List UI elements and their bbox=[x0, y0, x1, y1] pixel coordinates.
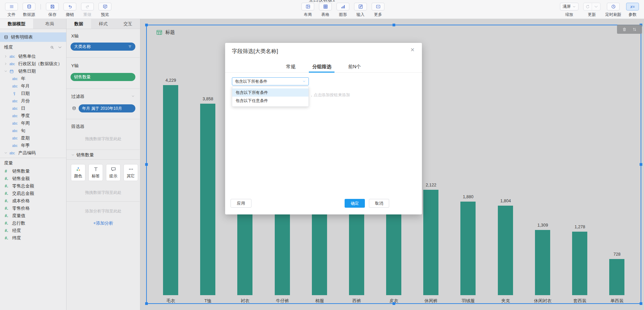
search-icon[interactable] bbox=[50, 45, 54, 50]
resize-handle-sw[interactable] bbox=[145, 302, 148, 305]
trash-icon[interactable] bbox=[622, 27, 627, 32]
tab-layout[interactable]: 布局 bbox=[33, 19, 66, 29]
dimension-tree-item[interactable]: 日期 bbox=[0, 90, 66, 97]
dimension-tree-item[interactable]: abc旬 bbox=[0, 127, 66, 134]
x-axis-field-pill[interactable]: 大类名称 bbox=[71, 43, 135, 51]
measure-item[interactable]: #.纬度 bbox=[0, 234, 66, 242]
dropdown-option-all-conditions[interactable]: 包含以下所有条件 bbox=[232, 88, 308, 97]
dimension-tree-item[interactable]: 销售日期 bbox=[0, 68, 66, 75]
measure-item[interactable]: #.经度 bbox=[0, 227, 66, 234]
zoom-select[interactable]: 满屏 bbox=[560, 3, 579, 10]
chevron-down-icon[interactable] bbox=[4, 151, 9, 155]
tab-interaction[interactable]: 交互 bbox=[115, 19, 140, 29]
y-axis-field-pill[interactable]: 销售数量 bbox=[71, 73, 135, 81]
chevron-down-icon[interactable] bbox=[58, 45, 62, 50]
measure-item[interactable]: #.销售金额 bbox=[0, 175, 66, 182]
tab-data[interactable]: 数据 bbox=[66, 19, 91, 29]
chevron-right-icon[interactable] bbox=[4, 55, 9, 58]
chevron-down-icon[interactable] bbox=[592, 3, 600, 10]
mark-buttons-row: 颜色标签提示其它 bbox=[71, 164, 138, 181]
datasource-button[interactable] bbox=[23, 3, 35, 10]
dimension-tree-item[interactable]: abc产品编码 bbox=[0, 149, 66, 157]
bar[interactable] bbox=[609, 259, 624, 295]
input-button[interactable] bbox=[354, 3, 367, 10]
add-analysis-link[interactable]: +添加分析 bbox=[66, 220, 140, 226]
abc-icon: abc bbox=[9, 151, 18, 155]
close-icon[interactable]: × bbox=[410, 46, 414, 53]
mark-button-color-dots[interactable]: 颜色 bbox=[71, 164, 85, 181]
measure-section-header[interactable]: 销售数量 bbox=[71, 152, 94, 158]
resize-handle-se[interactable] bbox=[640, 302, 642, 305]
apply-button[interactable]: 应用 bbox=[231, 199, 251, 208]
chevron-down-icon[interactable] bbox=[4, 70, 9, 73]
tab-general[interactable]: 常规 bbox=[286, 61, 295, 72]
resize-handle-s[interactable] bbox=[393, 302, 395, 305]
bar[interactable] bbox=[423, 190, 438, 295]
dimension-tree-item[interactable]: abc年周 bbox=[0, 120, 66, 127]
file-button[interactable] bbox=[5, 3, 18, 10]
bar[interactable] bbox=[572, 232, 587, 295]
dimension-tree-item[interactable]: abc季度 bbox=[0, 112, 66, 120]
dimension-label: 行政区划（数据级次） bbox=[18, 61, 62, 67]
cancel-button[interactable]: 取消 bbox=[369, 199, 389, 208]
chart-button[interactable] bbox=[337, 3, 349, 10]
bar[interactable] bbox=[163, 85, 178, 295]
y-axis-label: Y轴 bbox=[71, 63, 79, 69]
bar[interactable] bbox=[535, 230, 550, 295]
mark-button-text-t[interactable]: 标签 bbox=[88, 164, 103, 181]
measure-item[interactable]: #.成本价格 bbox=[0, 197, 66, 205]
dimension-tree-item[interactable]: abc月份 bbox=[0, 97, 66, 105]
layout-button[interactable] bbox=[301, 3, 314, 10]
ok-button[interactable]: 确定 bbox=[345, 199, 365, 208]
resize-handle-n[interactable] bbox=[393, 24, 395, 26]
filter-condition-pill[interactable]: 年月 属于 2010年10月 bbox=[79, 104, 135, 112]
bar-value-label: 1,309 bbox=[537, 223, 548, 228]
resize-handle-w[interactable] bbox=[145, 163, 148, 166]
mark-button-bubble[interactable]: 提示 bbox=[106, 164, 120, 181]
filter-icon[interactable] bbox=[128, 45, 132, 49]
dropdown-option-any-condition[interactable]: 包含以下任意条件 bbox=[232, 97, 308, 105]
dimension-tree-item[interactable]: abc年月 bbox=[0, 82, 66, 90]
table-button[interactable] bbox=[319, 3, 332, 10]
dimension-tree-item[interactable]: abc星期 bbox=[0, 134, 66, 142]
bar[interactable] bbox=[200, 104, 215, 295]
bar[interactable] bbox=[498, 206, 513, 295]
bar-value-label: 1,880 bbox=[463, 195, 473, 199]
measure-item[interactable]: #销售数量 bbox=[0, 167, 66, 175]
resize-handle-e[interactable] bbox=[640, 163, 642, 166]
widget-title[interactable]: 标题 bbox=[165, 29, 175, 35]
dimension-tree-item[interactable]: abc年季 bbox=[0, 142, 66, 149]
undo-button[interactable] bbox=[63, 3, 76, 10]
measure-item[interactable]: #.零售总金额 bbox=[0, 182, 66, 190]
bar[interactable] bbox=[460, 202, 476, 295]
panel-divider bbox=[66, 201, 140, 202]
dimension-tree-item[interactable]: abc销售单位 bbox=[0, 53, 66, 60]
tab-data-model[interactable]: 数据模型 bbox=[0, 19, 33, 29]
params-button[interactable]: x= bbox=[626, 3, 639, 10]
chevron-down-icon[interactable] bbox=[131, 95, 135, 98]
dimension-tree-item[interactable]: abc行政区划（数据级次） bbox=[0, 60, 66, 68]
resize-handle-nw[interactable] bbox=[145, 24, 148, 26]
hash-dot-icon: #. bbox=[5, 184, 12, 188]
measure-item[interactable]: #.零售价格 bbox=[0, 205, 66, 212]
tab-style[interactable]: 样式 bbox=[91, 19, 116, 29]
dimensions-title: 维度 bbox=[4, 44, 13, 50]
save-button[interactable] bbox=[46, 3, 59, 10]
measure-item[interactable]: #.总行数 bbox=[0, 219, 66, 227]
dimension-tree-item[interactable]: abc年 bbox=[0, 75, 66, 82]
dimension-tree-item[interactable]: abc日 bbox=[0, 105, 66, 112]
refresh-icon[interactable] bbox=[584, 3, 592, 10]
measure-item[interactable]: #.度量值 bbox=[0, 212, 66, 219]
timer-refresh-button[interactable] bbox=[607, 3, 620, 10]
more-button[interactable] bbox=[372, 3, 384, 10]
chevron-right-icon[interactable] bbox=[4, 62, 9, 66]
selected-data-table[interactable]: 销售明细表 bbox=[0, 32, 66, 42]
tab-top-n[interactable]: 前N个 bbox=[348, 61, 361, 72]
measure-item[interactable]: #.交易总金额 bbox=[0, 190, 66, 197]
tab-group-filter[interactable]: 分组筛选 bbox=[312, 61, 331, 72]
preview-button[interactable] bbox=[99, 3, 111, 10]
swap-icon[interactable] bbox=[632, 27, 637, 32]
condition-type-select[interactable]: 包含以下所有条件 bbox=[232, 77, 309, 85]
redo-button[interactable] bbox=[81, 3, 94, 10]
mark-button-ellipsis[interactable]: 其它 bbox=[124, 164, 138, 181]
